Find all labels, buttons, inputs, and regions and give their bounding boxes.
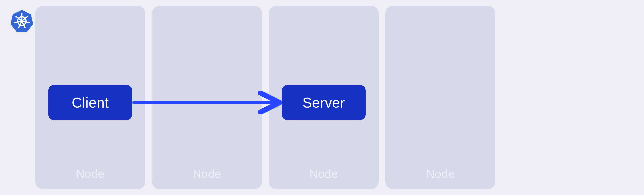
- node-card: Node: [386, 6, 496, 189]
- server-badge: Server: [282, 85, 366, 120]
- nodes-row: Client Node Node Server Node Node: [35, 6, 496, 189]
- node-label: Node: [35, 167, 145, 181]
- diagram-canvas: Client Node Node Server Node Node: [0, 0, 644, 195]
- kubernetes-icon: [10, 9, 34, 33]
- badge-label: Server: [302, 94, 345, 111]
- node-card: Client Node: [35, 6, 145, 189]
- badge-label: Client: [72, 94, 109, 111]
- node-card: Node: [152, 6, 262, 189]
- node-label: Node: [386, 167, 496, 181]
- client-badge: Client: [48, 85, 132, 120]
- node-card: Server Node: [269, 6, 379, 189]
- node-label: Node: [152, 167, 262, 181]
- node-label: Node: [269, 167, 379, 181]
